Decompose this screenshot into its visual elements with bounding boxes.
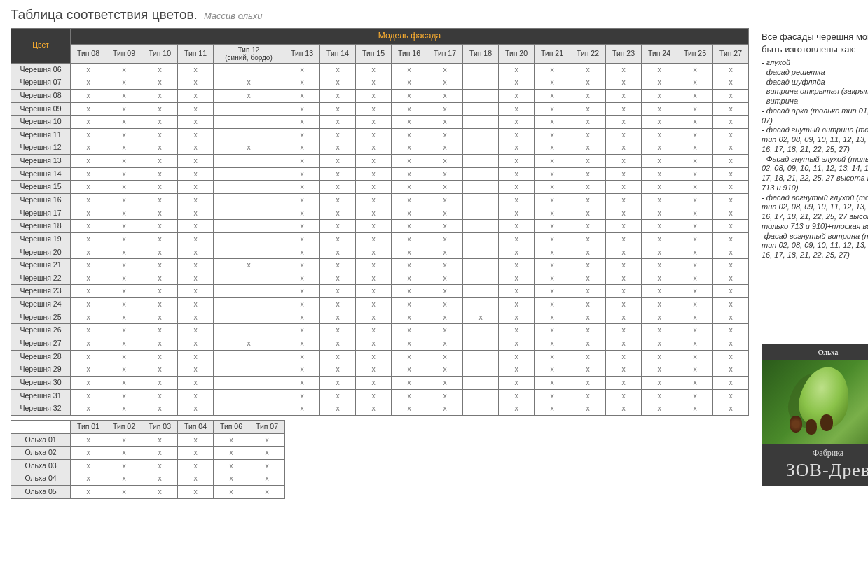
cell: x <box>178 472 214 486</box>
cell: x <box>570 402 606 416</box>
cell: x <box>214 89 284 102</box>
cell: x <box>392 181 427 194</box>
cell: x <box>320 337 356 351</box>
cell: x <box>535 389 570 402</box>
cell <box>463 76 499 90</box>
cell: x <box>106 459 142 472</box>
cell: x <box>499 232 535 246</box>
cell: x <box>214 433 249 447</box>
cell: x <box>463 311 499 324</box>
cell: x <box>499 389 535 402</box>
cell: x <box>71 298 106 312</box>
cell: x <box>713 194 749 207</box>
cell: x <box>284 272 320 285</box>
cell: x <box>284 194 320 207</box>
table-row: Черешня 19xxxxxxxxxxxxxxxx <box>11 232 749 246</box>
note-line: - фасад решетка <box>762 68 868 78</box>
cell: x <box>106 402 142 416</box>
cell: x <box>71 350 106 363</box>
cell: x <box>284 89 320 102</box>
table-row: Черешня 28xxxxxxxxxxxxxxxx <box>11 350 749 363</box>
cell: x <box>677 363 713 377</box>
cell: x <box>178 115 214 129</box>
cell <box>463 285 499 298</box>
cell: x <box>499 220 535 233</box>
row-head: Черешня 29 <box>11 363 71 377</box>
cell: x <box>178 376 214 389</box>
cell: x <box>356 363 392 377</box>
cell: x <box>427 311 463 324</box>
logo-factory-small: Фабрика <box>762 444 868 458</box>
cell: x <box>178 63 214 76</box>
cell: x <box>214 141 284 155</box>
cell: x <box>356 194 392 207</box>
cell: x <box>392 389 427 402</box>
cell: x <box>499 155 535 168</box>
row-head: Черешня 17 <box>11 206 71 220</box>
cell: x <box>606 246 642 259</box>
cell: x <box>570 311 606 324</box>
row-head: Черешня 11 <box>11 128 71 141</box>
cell: x <box>392 220 427 233</box>
cell: x <box>535 285 570 298</box>
cell: x <box>606 272 642 285</box>
cell: x <box>427 115 463 129</box>
table-row: Черешня 25xxxxxxxxxxxxxxxxx <box>11 311 749 324</box>
cell: x <box>427 272 463 285</box>
cell: x <box>356 324 392 337</box>
cell: x <box>356 272 392 285</box>
cell: x <box>392 259 427 272</box>
cell: x <box>713 402 749 416</box>
cell: x <box>142 76 178 90</box>
cell: x <box>642 285 677 298</box>
row-head: Черешня 27 <box>11 337 71 351</box>
cell: x <box>320 311 356 324</box>
cell <box>214 324 284 337</box>
cell: x <box>71 285 106 298</box>
cell: x <box>106 389 142 402</box>
col-head: Тип 03 <box>142 420 178 433</box>
cell: x <box>142 89 178 102</box>
cell: x <box>427 89 463 102</box>
cell: x <box>570 350 606 363</box>
cell: x <box>142 459 178 472</box>
col-head: Тип 15 <box>356 44 392 63</box>
cell: x <box>499 181 535 194</box>
table-row: Ольха 04xxxxxx <box>11 472 285 486</box>
cell: x <box>499 259 535 272</box>
cell: x <box>499 376 535 389</box>
cell: x <box>570 285 606 298</box>
cell <box>463 194 499 207</box>
cell: x <box>642 206 677 220</box>
cell: x <box>106 433 142 447</box>
cell: x <box>713 324 749 337</box>
cell: x <box>178 246 214 259</box>
cell <box>214 232 284 246</box>
cell: x <box>249 433 285 447</box>
cell: x <box>713 155 749 168</box>
cell: x <box>713 141 749 155</box>
cell: x <box>677 220 713 233</box>
note-line: -фасад вогнутый витрина (только тип 02, … <box>762 232 868 260</box>
cell: x <box>499 102 535 115</box>
cell: x <box>570 194 606 207</box>
cell <box>214 311 284 324</box>
cell: x <box>535 206 570 220</box>
cell: x <box>499 350 535 363</box>
cell: x <box>427 376 463 389</box>
cell: x <box>606 337 642 351</box>
cell: x <box>284 259 320 272</box>
cell: x <box>356 102 392 115</box>
cell: x <box>142 128 178 141</box>
cell: x <box>284 402 320 416</box>
col-head: Тип 16 <box>392 44 427 63</box>
title-main: Таблица соответствия цветов. <box>11 7 198 22</box>
cell: x <box>570 128 606 141</box>
cell: x <box>71 486 106 499</box>
cell: x <box>499 337 535 351</box>
col-head: Тип 02 <box>106 420 142 433</box>
cell: x <box>427 181 463 194</box>
cell: x <box>713 89 749 102</box>
cell: x <box>249 459 285 472</box>
cell: x <box>320 285 356 298</box>
